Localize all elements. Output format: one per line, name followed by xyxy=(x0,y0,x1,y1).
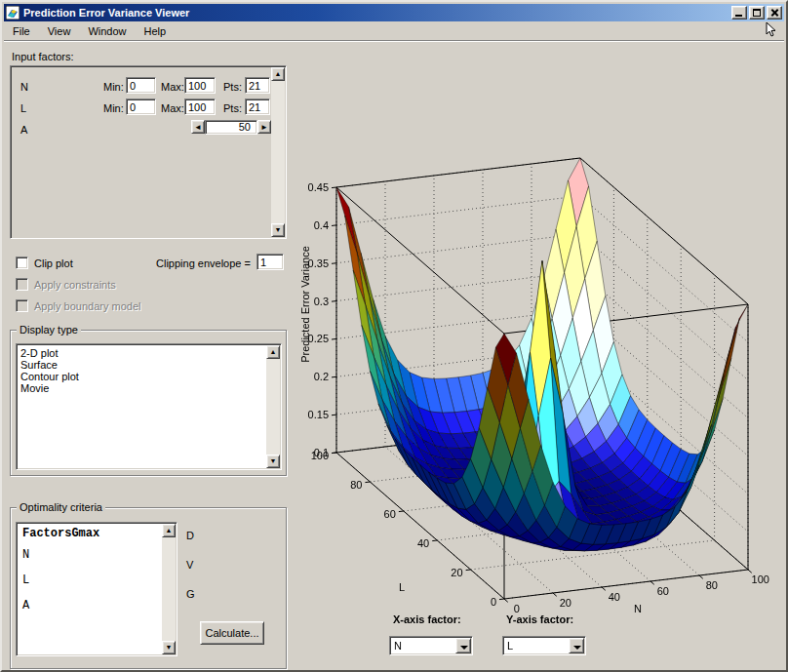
optimality-listbox: FactorsGmax N L A ▲ ▼ xyxy=(16,522,177,656)
clipping-envelope-input[interactable] xyxy=(256,254,284,270)
display-type-item-contour[interactable]: Contour plot xyxy=(20,371,281,382)
menu-file[interactable]: File xyxy=(4,22,39,40)
max-label: Max: xyxy=(161,81,184,93)
optimality-factor-a[interactable]: A xyxy=(22,593,177,618)
max-label: Max: xyxy=(161,102,184,114)
factor-name-label: L xyxy=(20,102,26,114)
criterion-g-label: G xyxy=(186,588,195,600)
chevron-down-icon xyxy=(460,646,468,650)
display-type-item-2d[interactable]: 2-D plot xyxy=(20,347,281,359)
x-axis-factor-value: N xyxy=(394,640,402,652)
maximize-icon xyxy=(753,9,761,17)
scroll-down-icon[interactable]: ▼ xyxy=(266,455,280,468)
pts-label: Pts: xyxy=(223,81,242,93)
menu-window[interactable]: Window xyxy=(79,22,135,40)
factor-a-slider-value[interactable]: 50 xyxy=(205,120,257,135)
chevron-down-icon xyxy=(573,646,581,650)
slider-left-arrow[interactable]: ◄ xyxy=(191,120,205,134)
pts-label: Pts: xyxy=(223,102,242,114)
mouse-cursor xyxy=(766,22,778,38)
slider-right-arrow[interactable]: ► xyxy=(257,120,271,134)
factor-n-max-input[interactable] xyxy=(184,77,216,94)
scroll-up-icon[interactable]: ▲ xyxy=(271,67,285,81)
menu-bar: File View Window Help xyxy=(4,21,784,41)
display-type-listbox: 2-D plot Surface Contour plot Movie ▲ ▼ xyxy=(16,343,282,470)
window: { "window": { "title": "Prediction Error… xyxy=(0,0,788,672)
display-type-legend: Display type xyxy=(17,324,81,336)
y-axis-factor-value: L xyxy=(507,640,513,652)
optimality-table-header: FactorsGmax xyxy=(22,527,177,540)
minimize-button[interactable] xyxy=(731,6,747,20)
calculate-button[interactable]: Calculate... xyxy=(200,621,264,645)
window-icon xyxy=(6,6,20,20)
display-type-item-surface[interactable]: Surface xyxy=(20,359,281,371)
menu-view[interactable]: View xyxy=(39,22,80,40)
factor-n-pts-input[interactable] xyxy=(245,77,270,94)
display-type-group: Display type 2-D plot Surface Contour pl… xyxy=(10,330,287,476)
scroll-up-icon[interactable]: ▲ xyxy=(162,524,176,537)
scroll-down-icon[interactable]: ▼ xyxy=(271,223,285,237)
factor-l-max-input[interactable] xyxy=(184,99,216,115)
pev-surface-plot xyxy=(295,46,788,621)
min-label: Min: xyxy=(103,102,124,114)
factor-l-min-input[interactable] xyxy=(126,99,156,115)
apply-constraints-checkbox xyxy=(16,278,28,291)
optimality-criteria-group: Optimality criteria FactorsGmax N L A ▲ … xyxy=(10,507,287,669)
input-factors-scrollbar[interactable]: ▲ ▼ xyxy=(271,67,285,237)
display-type-item-movie[interactable]: Movie xyxy=(20,382,281,394)
optimality-criteria-legend: Optimality criteria xyxy=(17,501,105,513)
min-label: Min: xyxy=(103,81,124,93)
clipping-envelope-label: Clipping envelope = xyxy=(156,257,251,269)
apply-boundary-checkbox xyxy=(16,299,28,312)
factor-name-label: N xyxy=(20,81,28,93)
apply-boundary-label: Apply boundary model xyxy=(34,300,140,312)
combo-button[interactable] xyxy=(455,638,471,653)
y-axis-factor-label: Y-axis factor: xyxy=(506,613,573,625)
title-bar[interactable]: Prediction Error Variance Viewer xyxy=(4,4,784,21)
factor-l-pts-input[interactable] xyxy=(245,99,270,115)
clip-plot-label: Clip plot xyxy=(34,257,73,269)
display-type-scrollbar[interactable]: ▲ ▼ xyxy=(266,345,280,468)
clip-plot-checkbox[interactable] xyxy=(16,257,28,269)
factor-n-min-input[interactable] xyxy=(126,77,156,94)
factor-name-label: A xyxy=(20,124,27,136)
minimize-icon xyxy=(735,15,742,17)
x-axis-factor-combo[interactable]: N xyxy=(389,636,473,655)
optimality-factor-l[interactable]: L xyxy=(22,568,177,593)
input-factors-label: Input factors: xyxy=(12,51,74,62)
apply-constraints-label: Apply constraints xyxy=(34,279,116,291)
scroll-down-icon[interactable]: ▼ xyxy=(162,641,176,654)
scroll-up-icon[interactable]: ▲ xyxy=(266,345,280,359)
close-button[interactable] xyxy=(767,6,782,20)
optimality-factor-n[interactable]: N xyxy=(22,542,177,568)
x-axis-factor-label: X-axis factor: xyxy=(393,613,461,625)
y-axis-factor-combo[interactable]: L xyxy=(502,636,586,655)
input-factors-panel: N Min: Max: Pts: L Min: Max: Pts: A ◄ 50… xyxy=(10,65,287,239)
maximize-button[interactable] xyxy=(749,6,765,20)
menu-help[interactable]: Help xyxy=(136,22,176,40)
criterion-d-label: D xyxy=(186,530,194,541)
combo-button[interactable] xyxy=(569,638,584,653)
optimality-scrollbar[interactable]: ▲ ▼ xyxy=(162,524,176,654)
criterion-v-label: V xyxy=(186,559,193,571)
window-title: Prediction Error Variance Viewer xyxy=(23,7,189,19)
